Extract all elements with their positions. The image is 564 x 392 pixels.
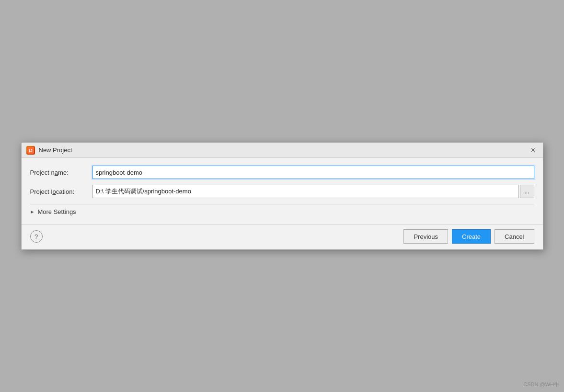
svg-text:IJ: IJ — [29, 148, 33, 153]
close-button[interactable]: × — [529, 146, 538, 155]
more-settings-label: More Settings — [37, 208, 76, 215]
watermark-text: CSDN @WH牛 — [523, 381, 559, 388]
project-name-row: Project name: — [30, 166, 534, 179]
browse-button[interactable]: ... — [520, 185, 534, 198]
new-project-dialog: IJ New Project × Project name: Project l… — [21, 142, 543, 250]
more-settings-row[interactable]: ► More Settings — [30, 204, 534, 219]
footer-left: ? — [30, 230, 43, 243]
dialog-wrapper: IJ New Project × Project name: Project l… — [0, 0, 564, 392]
dialog-title: New Project — [39, 146, 72, 154]
app-icon: IJ — [26, 146, 35, 155]
project-name-input[interactable] — [92, 166, 534, 179]
help-button[interactable]: ? — [30, 230, 43, 243]
title-bar-left: IJ New Project — [26, 146, 72, 155]
more-settings-arrow-icon: ► — [30, 209, 35, 214]
project-location-label: Project location: — [30, 188, 92, 195]
dialog-footer: ? Previous Create Cancel — [22, 224, 543, 249]
cancel-button[interactable]: Cancel — [495, 229, 534, 244]
create-button[interactable]: Create — [452, 229, 491, 244]
title-bar: IJ New Project × — [22, 143, 543, 158]
previous-button[interactable]: Previous — [403, 229, 448, 244]
dialog-body: Project name: Project location: ... ► Mo… — [22, 158, 543, 224]
project-location-input[interactable] — [92, 185, 519, 198]
project-name-label: Project name: — [30, 169, 92, 176]
footer-right: Previous Create Cancel — [403, 229, 534, 244]
project-location-row: Project location: ... — [30, 185, 534, 198]
